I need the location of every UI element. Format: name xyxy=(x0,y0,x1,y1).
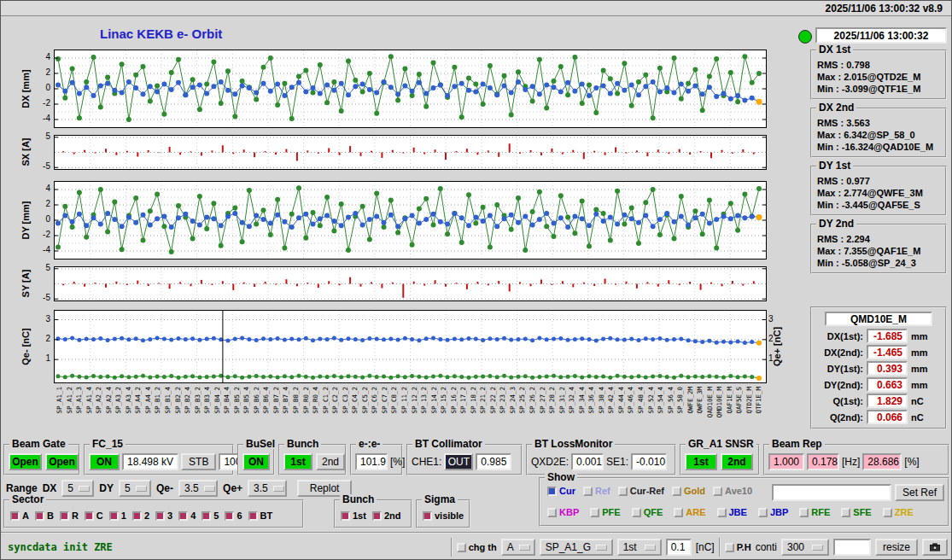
resize-button[interactable]: resize xyxy=(875,539,918,556)
range-dx-label: DX xyxy=(43,482,57,494)
fc15-on-button[interactable]: ON xyxy=(89,453,120,470)
monitor-select[interactable]: SP_A1_G xyxy=(540,539,613,556)
threshold-input[interactable]: 0.1 xyxy=(666,539,692,556)
qxd2e-label: QXD2E: xyxy=(531,456,569,468)
sector-b-toggle[interactable]: B xyxy=(35,510,54,521)
range-qep-select[interactable]: 3.5 xyxy=(248,480,287,497)
checkbox-icon xyxy=(35,511,44,521)
dy-orbit-plot[interactable] xyxy=(54,181,767,260)
selected-value-row: Q(1st): 1.829 nC xyxy=(812,394,945,408)
beam-rep-panel: Beam Rep 1.000 0.178 [Hz] 28.686 [%] xyxy=(763,444,949,475)
stat-max: Max : 2.774@QWFE_3M xyxy=(817,187,943,199)
conti-label: conti xyxy=(756,541,777,553)
show-jbp-toggle[interactable]: JBP xyxy=(758,507,788,517)
selected-value-row: DY(1st): 0.393 mm xyxy=(812,361,945,376)
checkbox-icon xyxy=(758,508,768,517)
selected-value-row: DX(2nd): -1.465 mm xyxy=(812,345,945,359)
bunch-order-select[interactable]: 1st xyxy=(617,539,662,556)
y-tick-label: -2 xyxy=(28,98,50,108)
bunch-1st-toggle[interactable]: 1st xyxy=(341,510,366,521)
sx-steering-plot[interactable] xyxy=(54,135,767,170)
beam-gate-open-1-button[interactable]: Open xyxy=(9,453,42,470)
stat-max: Max : 6.342@SP_58_0 xyxy=(817,129,943,141)
sigma-panel: Sigma visible xyxy=(416,499,470,528)
show-kbp-toggle[interactable]: KBP xyxy=(547,507,579,517)
bpm-name-label: SP_B8_2 xyxy=(292,387,300,414)
stat-min: Min : -3.099@QTF1E_M xyxy=(817,83,943,95)
page-title: Linac KEKB e- Orbit xyxy=(100,26,222,41)
sector-select[interactable]: A xyxy=(501,539,535,556)
set-ref-input[interactable] xyxy=(772,484,891,501)
interval-select[interactable]: 300 xyxy=(781,539,829,556)
sector-3-toggle[interactable]: 3 xyxy=(155,510,172,521)
show-jbe-toggle[interactable]: JBE xyxy=(717,507,747,517)
beam-gate-open-2-button[interactable]: Open xyxy=(45,453,79,470)
bunch-1st-button[interactable]: 1st xyxy=(283,453,312,470)
bpm-name-label: SP_11_2 xyxy=(400,387,408,414)
beam-rep-value-1: 1.000 xyxy=(768,453,804,470)
busel-on-button[interactable]: ON xyxy=(242,453,270,470)
beam-rep-pct-unit: [%] xyxy=(904,456,919,468)
fc15-panel: FC_15 ON 18.498 kV STB 100 % xyxy=(84,444,234,475)
che1-out-button[interactable]: OUT xyxy=(444,453,473,470)
sigma-visible-toggle[interactable]: visible xyxy=(423,510,464,521)
show-cur-ref-toggle[interactable]: Cur-Ref xyxy=(618,486,664,496)
fc15-stb-button[interactable]: STB xyxy=(181,453,216,470)
interval-input[interactable] xyxy=(833,539,871,556)
show-pfe-toggle[interactable]: PFE xyxy=(590,507,620,517)
range-qem-label: Qe- xyxy=(156,482,173,494)
bunch-2nd-button[interactable]: 2nd xyxy=(316,453,345,470)
bpm-name-label: SP_C6_2 xyxy=(371,387,378,414)
range-dy-select[interactable]: 5 xyxy=(119,480,151,497)
titlebar: 2025/11/06 13:00:32 v8.9 xyxy=(1,1,951,16)
bunch-2nd-toggle[interactable]: 2nd xyxy=(372,510,401,521)
checkbox-icon xyxy=(423,511,432,521)
show-gold-toggle[interactable]: Gold xyxy=(672,486,705,496)
show-ave10-toggle[interactable]: Ave10 xyxy=(713,486,752,496)
bpm-name-label: SP_48_4 xyxy=(637,387,645,414)
show-are-toggle[interactable]: ARE xyxy=(674,507,705,517)
sector-5-toggle[interactable]: 5 xyxy=(201,510,219,521)
sector-a-toggle[interactable]: A xyxy=(10,510,29,521)
bpm-name-label: SP_58_0 xyxy=(676,387,684,414)
sector-r-toggle[interactable]: R xyxy=(60,510,79,521)
sy-steering-plot[interactable] xyxy=(54,266,767,301)
bpm-name-label: SP_34_4 xyxy=(578,387,586,414)
y-tick-label: 1 xyxy=(28,353,50,363)
show-sfe-toggle[interactable]: SFE xyxy=(841,507,871,517)
show-qfe-toggle[interactable]: QFE xyxy=(632,507,663,517)
set-ref-button[interactable]: Set Ref xyxy=(895,484,944,501)
screenshot-button[interactable] xyxy=(922,539,948,556)
snsr-1st-button[interactable]: 1st xyxy=(685,453,717,470)
sigma-items: visible xyxy=(423,510,464,521)
sector-4-toggle[interactable]: 4 xyxy=(178,510,196,521)
chg-th-toggle[interactable]: chg th xyxy=(457,542,497,552)
sector-1-toggle[interactable]: 1 xyxy=(109,510,126,521)
show-ref-toggle[interactable]: Ref xyxy=(583,486,610,496)
show-cur-toggle[interactable]: Cur xyxy=(547,486,575,496)
sector-bt-toggle[interactable]: BT xyxy=(248,510,273,521)
ph-toggle[interactable]: P.H xyxy=(725,542,751,552)
stat-max: Max : 7.355@QAF1E_M xyxy=(817,245,943,257)
snsr-2nd-button[interactable]: 2nd xyxy=(721,453,753,470)
dx-orbit-plot[interactable] xyxy=(54,50,767,128)
range-dx-select[interactable]: 5 xyxy=(61,480,94,497)
checkbox-icon xyxy=(590,508,599,517)
separator xyxy=(719,538,721,557)
sector-c-toggle[interactable]: C xyxy=(85,510,103,521)
range-qep-label: Qe+ xyxy=(223,482,242,494)
checkbox-icon xyxy=(178,511,188,521)
y-tick-label: 2 xyxy=(28,199,50,208)
sector-6-toggle[interactable]: 6 xyxy=(225,510,242,521)
camera-icon xyxy=(930,542,940,552)
bpm-name-label: SP_25_2 xyxy=(518,387,526,414)
sector-2-toggle[interactable]: 2 xyxy=(132,510,149,521)
charge-plot[interactable] xyxy=(54,310,767,383)
y-tick-label: 4 xyxy=(28,52,50,61)
bpm-name-label: SP_B1_2 xyxy=(154,387,161,414)
bpm-name-label: QWFE_3M xyxy=(696,387,704,414)
range-qem-select[interactable]: 3.5 xyxy=(178,480,218,497)
show-zre-toggle[interactable]: ZRE xyxy=(883,507,914,517)
bpm-name-label: QAF1E_M xyxy=(726,387,733,414)
show-rfe-toggle[interactable]: RFE xyxy=(799,507,830,517)
